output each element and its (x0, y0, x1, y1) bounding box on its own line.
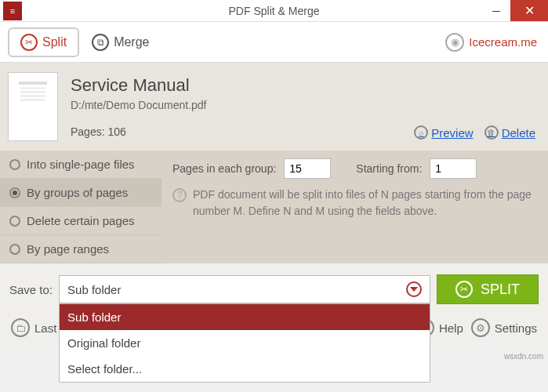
options-row: Into single-page files By groups of page… (0, 151, 548, 263)
document-pages: Pages: 106 (71, 125, 414, 138)
info-text: PDF document will be split into files of… (193, 187, 537, 220)
save-to-dropdown[interactable]: Sub folder Sub folder Original folder Se… (59, 275, 430, 303)
window-controls: ─ ✕ (482, 0, 548, 21)
scissors-icon: ✂ (20, 34, 38, 51)
app-icon: ≡ (3, 2, 22, 20)
mode-single-label: Into single-page files (27, 158, 135, 171)
pages-each-label: Pages in each group: (172, 162, 276, 175)
save-to-label: Save to: (9, 283, 53, 296)
folder-icon: 🗀 (11, 318, 30, 337)
save-row: Save to: Sub folder Sub folder Original … (0, 263, 548, 312)
mode-groups[interactable]: By groups of pages (0, 179, 161, 207)
info-icon: ? (172, 188, 187, 202)
radio-icon (9, 187, 20, 198)
chevron-down-icon (406, 281, 422, 297)
settings-button[interactable]: ⚙ Settings (471, 318, 537, 337)
document-area: Service Manual D:/mte/Demo Document.pdf … (0, 63, 548, 151)
minimize-button[interactable]: ─ (482, 0, 510, 21)
dd-item-label: Sub folder (67, 310, 121, 324)
watermark: wsxdn.com (504, 352, 543, 361)
mode-delete-label: Delete certain pages (27, 214, 135, 227)
tab-split-label: Split (42, 35, 67, 49)
dropdown-item-subfolder[interactable]: Sub folder (60, 304, 430, 330)
document-info: Service Manual D:/mte/Demo Document.pdf … (71, 75, 414, 138)
mode-delete-pages[interactable]: Delete certain pages (0, 207, 161, 235)
mode-page-ranges[interactable]: By page ranges (0, 235, 161, 263)
dd-item-label: Original folder (67, 336, 140, 350)
dd-item-label: Select folder... (67, 362, 142, 376)
window-title: PDF Split & Merge (229, 5, 320, 17)
start-from-label: Starting from: (356, 162, 422, 175)
delete-link[interactable]: 🗑 Delete (484, 125, 535, 140)
preview-label: Preview (431, 126, 473, 140)
mode-groups-label: By groups of pages (27, 186, 128, 199)
last-label: Last (34, 321, 56, 335)
mode-ranges-label: By page ranges (27, 242, 109, 256)
last-button[interactable]: 🗀 Last (11, 318, 56, 337)
close-button[interactable]: ✕ (510, 0, 548, 21)
info-row: ? PDF document will be split into files … (172, 187, 537, 220)
magnifier-icon: ⌕ (414, 125, 428, 140)
radio-icon (9, 159, 20, 170)
param-row: Pages in each group: Starting from: (172, 158, 537, 179)
radio-icon (9, 244, 20, 255)
split-button-label: SPLIT (481, 281, 520, 298)
mode-single-page[interactable]: Into single-page files (0, 151, 161, 179)
document-actions: ⌕ Preview 🗑 Delete (414, 125, 535, 143)
dropdown-selected[interactable]: Sub folder (59, 275, 430, 303)
icecream-icon: ◉ (445, 33, 464, 52)
params-panel: Pages in each group: Starting from: ? PD… (161, 151, 548, 263)
tab-bar: ✂ Split ⧉ Merge ◉ Icecream.me (0, 22, 548, 63)
start-from-input[interactable] (430, 158, 477, 179)
scissors-icon: ✂ (455, 281, 473, 298)
pages-each-input[interactable] (284, 158, 331, 179)
brand-link[interactable]: ◉ Icecream.me (445, 33, 537, 52)
help-label: Help (439, 321, 463, 335)
title-bar: ≡ PDF Split & Merge ─ ✕ (0, 0, 548, 22)
document-path: D:/mte/Demo Document.pdf (71, 99, 414, 111)
tab-merge-label: Merge (114, 35, 149, 49)
preview-link[interactable]: ⌕ Preview (414, 125, 473, 140)
dropdown-list: Sub folder Original folder Select folder… (59, 303, 430, 383)
document-thumbnail (8, 72, 58, 141)
split-button[interactable]: ✂ SPLIT (437, 274, 539, 304)
split-mode-list: Into single-page files By groups of page… (0, 151, 161, 263)
brand-label: Icecream.me (469, 35, 537, 49)
radio-icon (9, 216, 20, 227)
tab-merge[interactable]: ⧉ Merge (79, 27, 161, 57)
dropdown-selected-label: Sub folder (67, 283, 121, 296)
gear-icon: ⚙ (471, 318, 490, 337)
delete-label: Delete (502, 126, 535, 140)
tab-split[interactable]: ✂ Split (8, 27, 79, 57)
trash-icon: 🗑 (484, 125, 499, 140)
dropdown-item-select[interactable]: Select folder... (60, 356, 430, 382)
document-title: Service Manual (71, 75, 414, 96)
settings-label: Settings (495, 321, 537, 335)
dropdown-item-original[interactable]: Original folder (60, 330, 430, 356)
merge-icon: ⧉ (92, 34, 109, 51)
